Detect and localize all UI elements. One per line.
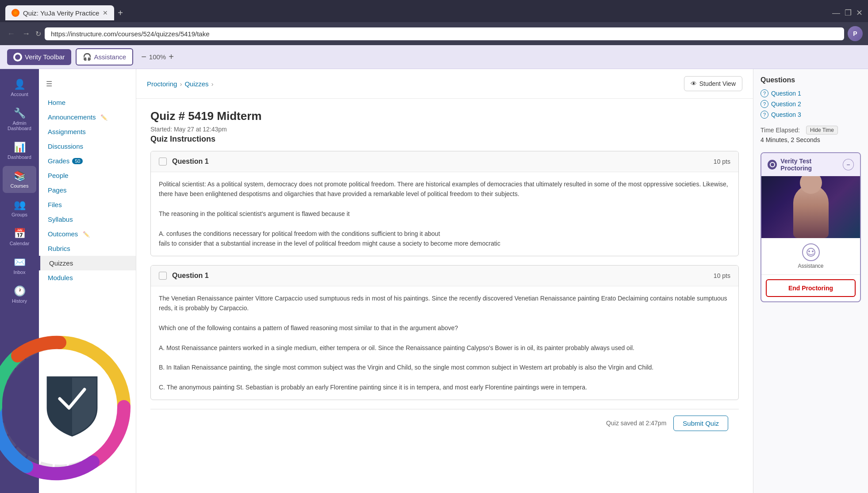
minimize-window-icon[interactable]: — (832, 8, 840, 18)
student-view-button[interactable]: 👁 Student View (684, 76, 742, 91)
quiz-title: Quiz # 5419 Midterm (150, 109, 739, 123)
student-view-label: Student View (699, 80, 736, 87)
end-proctoring-button[interactable]: End Proctoring (766, 279, 856, 297)
question-1-pts: 10 pts (714, 158, 730, 165)
sidebar-item-calendar[interactable]: 📅 Calendar (3, 223, 36, 250)
sidebar-item-assignments[interactable]: Assignments (39, 124, 136, 139)
verity-logo-icon (13, 53, 22, 62)
sidebar-item-grades[interactable]: Grades 50 (39, 154, 136, 168)
question-1-checkbox[interactable] (159, 158, 167, 166)
right-panel: Questions ? Question 1 ? Question 2 ? Qu… (753, 69, 868, 493)
sidebar-item-account[interactable]: 👤 Account (3, 74, 36, 101)
profile-avatar[interactable]: P (848, 26, 863, 41)
question-link-3[interactable]: ? Question 3 (760, 111, 861, 119)
camera-feed-content (761, 176, 860, 238)
sidebar-item-home[interactable]: Home (39, 95, 136, 110)
question-1-body: Political scientist: As a political syst… (151, 172, 738, 256)
courses-label: Courses (11, 183, 29, 189)
content-area: Proctoring › Quizzes › 👁 Student View Qu… (136, 69, 753, 493)
courses-icon: 📚 (14, 170, 26, 182)
question-2-pts: 10 pts (714, 272, 730, 279)
history-icon: 🕐 (14, 285, 26, 297)
groups-icon: 👥 (14, 199, 26, 211)
assistance-button[interactable]: 🎧 Assistance (76, 48, 134, 65)
sidebar-item-outcomes[interactable]: Outcomes ✏️ (39, 227, 136, 241)
announcements-edit-icon: ✏️ (100, 114, 108, 121)
back-button[interactable]: ← (5, 27, 17, 40)
hide-time-button[interactable]: Hide Time (806, 126, 838, 135)
sidebar-item-people[interactable]: People (39, 168, 136, 183)
calendar-label: Calendar (10, 241, 30, 246)
admin-icon: 🔧 (14, 108, 26, 119)
student-view-icon: 👁 (691, 80, 697, 87)
proctoring-panel-header: Verity Test Proctoring − (761, 153, 860, 176)
zoom-control: − 100% + (141, 52, 174, 62)
elapsed-value: 4 Minutes, 2 Seconds (760, 136, 861, 143)
breadcrumb-quizzes[interactable]: Quizzes (184, 80, 208, 88)
time-elapsed-label: Time Elapsed: (760, 127, 800, 134)
tab-bar: Quiz: YuJa Verity Practice ✕ + — ❐ ✕ (0, 0, 868, 22)
question-link-1[interactable]: ? Question 1 (760, 89, 861, 97)
verity-toolbar-button[interactable]: Verity Toolbar (7, 49, 71, 65)
browser-chrome: Quiz: YuJa Verity Practice ✕ + — ❐ ✕ ← →… (0, 0, 868, 45)
question-2-icon: ? (760, 100, 768, 108)
question-card-1: Question 1 10 pts Political scientist: A… (150, 151, 739, 256)
sidebar-item-announcements[interactable]: Announcements ✏️ (39, 110, 136, 124)
admin-label: Admin Dashboard (5, 120, 34, 131)
proctoring-minimize-button[interactable]: − (843, 159, 854, 170)
time-elapsed-section: Time Elapsed: Hide Time 4 Minutes, 2 Sec… (760, 126, 861, 143)
inbox-icon: ✉️ (14, 257, 26, 268)
quiz-started-text: Started: May 27 at 12:43pm (150, 126, 739, 133)
sidebar-item-discussions[interactable]: Discussions (39, 139, 136, 154)
question-3-icon: ? (760, 111, 768, 119)
proctoring-panel: Verity Test Proctoring − (760, 152, 861, 302)
browser-favicon (12, 9, 19, 17)
sidebar-item-quizzes[interactable]: Quizzes (39, 256, 136, 270)
forward-button[interactable]: → (20, 27, 32, 40)
sidebar-item-history[interactable]: 🕐 History (3, 281, 36, 308)
inbox-label: Inbox (14, 270, 26, 275)
proctoring-assistance-icon[interactable] (802, 243, 820, 261)
sidebar-item-files[interactable]: Files (39, 197, 136, 212)
quiz-footer: Quiz saved at 2:47pm Submit Quiz (150, 409, 739, 437)
tab-title: Quiz: YuJa Verity Practice (23, 9, 99, 17)
dashboard-label: Dashboard (8, 154, 31, 160)
zoom-in-button[interactable]: + (169, 52, 174, 62)
tab-close-icon[interactable]: ✕ (103, 9, 108, 16)
sidebar-item-inbox[interactable]: ✉️ Inbox (3, 252, 36, 279)
new-tab-button[interactable]: + (118, 8, 123, 18)
restore-window-icon[interactable]: ❐ (845, 8, 852, 18)
submit-quiz-button[interactable]: Submit Quiz (673, 416, 728, 431)
sidebar-item-modules[interactable]: Modules (39, 270, 136, 285)
quiz-content: Quiz # 5419 Midterm Started: May 27 at 1… (136, 99, 753, 448)
refresh-button[interactable]: ↻ (35, 30, 41, 38)
zoom-out-button[interactable]: − (141, 52, 146, 62)
breadcrumb-proctoring[interactable]: Proctoring (147, 80, 177, 88)
question-2-title: Question 1 (172, 272, 209, 280)
sidebar-toggle-button[interactable]: ☰ (39, 76, 136, 92)
sidebar-item-dashboard[interactable]: 📊 Dashboard (3, 137, 36, 164)
question-card-2: Question 1 10 pts The Venetian Renaissan… (150, 265, 739, 400)
browser-nav: ← → ↻ P (0, 22, 868, 45)
question-link-2[interactable]: ? Question 2 (760, 100, 861, 108)
sidebar-item-pages[interactable]: Pages (39, 183, 136, 197)
svg-point-1 (770, 162, 775, 167)
browser-tab[interactable]: Quiz: YuJa Verity Practice ✕ (5, 5, 114, 20)
history-label: History (12, 298, 27, 304)
sidebar-item-rubrics[interactable]: Rubrics (39, 241, 136, 256)
address-bar[interactable] (45, 27, 844, 40)
sidebar-item-groups[interactable]: 👥 Groups (3, 195, 36, 222)
account-label: Account (11, 92, 28, 97)
close-window-icon[interactable]: ✕ (856, 8, 863, 18)
assistance-icon: 🎧 (83, 53, 92, 61)
sidebar-item-courses[interactable]: 📚 Courses (3, 166, 36, 193)
breadcrumb: Proctoring › Quizzes › (147, 80, 214, 88)
sidebar-item-admin[interactable]: 🔧 Admin Dashboard (3, 103, 36, 135)
assistance-label: Assistance (94, 53, 127, 61)
main-layout: 👤 Account 🔧 Admin Dashboard 📊 Dashboard … (0, 69, 868, 493)
question-2-body: The Venetian Renaissance painter Vittore… (151, 286, 738, 400)
breadcrumb-sep-1: › (180, 80, 182, 88)
calendar-icon: 📅 (14, 228, 26, 239)
question-2-checkbox[interactable] (159, 272, 167, 280)
sidebar-item-syllabus[interactable]: Syllabus (39, 212, 136, 227)
